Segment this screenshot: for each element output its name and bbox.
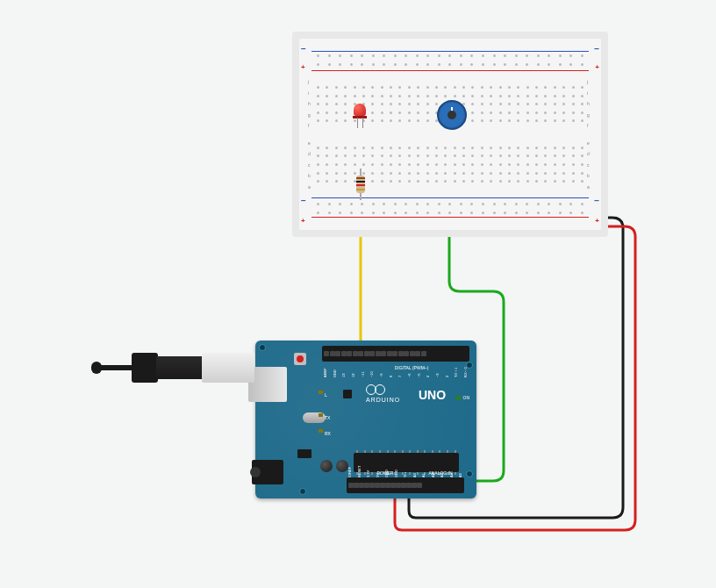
arduino-infinity-icon <box>366 384 385 395</box>
row-labels-right: jihgf edcba <box>587 79 592 190</box>
pot-knob[interactable] <box>448 111 456 119</box>
mount-hole <box>259 344 266 351</box>
rail-bot-plus <box>311 217 589 218</box>
usb-type-b-plug <box>202 353 254 383</box>
usb-cable[interactable] <box>97 349 254 386</box>
resistor-lead-top <box>360 169 362 176</box>
led-lens <box>354 104 366 116</box>
plus-top-right: + <box>595 63 599 71</box>
power-analog-pin-labels: IOREFRESET3.3V5VGNDGNDVinA0A1A2A3A4A5 <box>348 462 462 477</box>
led-anode <box>362 118 363 128</box>
resistor[interactable] <box>358 169 363 200</box>
breadboard[interactable]: − + − + − + − + jihgf edcba jihgf edcba <box>292 32 608 237</box>
arduino-uno[interactable]: ARDUINO UNO DIGITAL (PWM~) POWER ANALOG … <box>255 341 476 498</box>
voltage-regulator <box>297 449 311 458</box>
usb-plug-grip <box>132 353 158 383</box>
status-leds: L TX RX <box>319 384 336 439</box>
capacitor <box>320 460 333 472</box>
arduino-model-label: UNO <box>419 388 446 402</box>
capacitor <box>336 460 348 472</box>
on-label: ON <box>463 395 470 400</box>
resistor-lead-bot <box>360 193 362 200</box>
red-led[interactable] <box>354 104 368 123</box>
minus-top-right: − <box>594 44 599 54</box>
mount-hole <box>299 488 306 495</box>
breadboard-surface: − + − + − + − + jihgf edcba jihgf edcba <box>299 39 601 230</box>
power-jack-hole <box>250 467 261 477</box>
mount-hole <box>466 470 473 477</box>
plus-bot-right: + <box>595 217 599 225</box>
l-led <box>319 391 323 394</box>
minus-bot-left: − <box>301 196 306 205</box>
reset-button[interactable] <box>294 353 306 365</box>
power-jack[interactable] <box>252 460 283 484</box>
resistor-band-4 <box>356 189 365 190</box>
row-labels-left: jihgf edcba <box>308 79 313 190</box>
resistor-band-3 <box>356 184 365 186</box>
rx-led <box>319 429 323 433</box>
arduino-brand-label: ARDUINO <box>366 397 400 403</box>
tx-led <box>319 413 323 417</box>
power-analog-header[interactable] <box>347 477 464 493</box>
smd-chip <box>343 390 352 398</box>
on-led <box>455 397 461 400</box>
usb-plug-metal <box>156 356 205 379</box>
usb-cable-wire <box>97 365 135 370</box>
rail-top-minus <box>311 51 589 52</box>
digital-pin-labels: AREFGND1312~11~10~987~6~54~32TX→1RX←0 <box>324 362 468 377</box>
digital-header[interactable] <box>322 346 469 362</box>
minus-top-left: − <box>301 44 306 54</box>
resistor-body <box>356 176 365 193</box>
led-flange <box>353 116 367 118</box>
led-cathode <box>357 118 358 128</box>
arduino-logo <box>366 384 385 395</box>
minus-bot-right: − <box>594 196 599 205</box>
potentiometer[interactable] <box>437 100 467 130</box>
pot-body <box>437 100 467 130</box>
plus-bot-left: + <box>301 217 305 225</box>
resistor-band-2 <box>356 181 365 183</box>
resistor-band-1 <box>356 177 365 179</box>
plus-top-left: + <box>301 63 305 71</box>
